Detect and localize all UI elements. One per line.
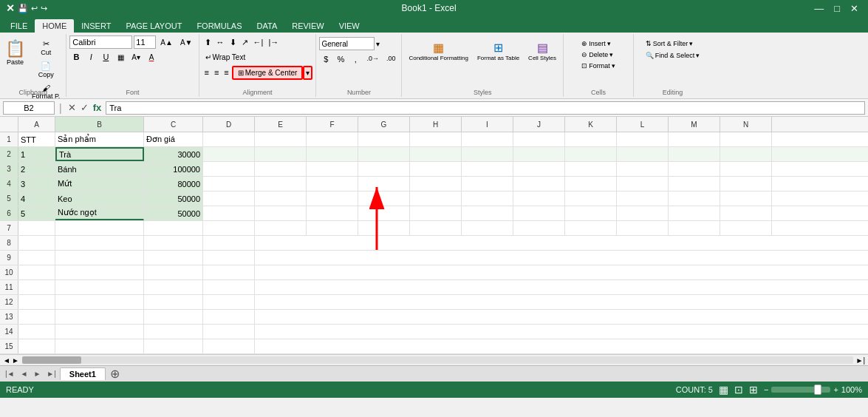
cell-g4[interactable] xyxy=(358,177,410,191)
cell-e3[interactable] xyxy=(255,162,307,176)
cell-b6[interactable]: Nước ngọt xyxy=(55,206,144,220)
add-sheet-button[interactable]: ⊕ xyxy=(107,367,123,381)
cell-n2[interactable] xyxy=(720,147,772,161)
cell-a1[interactable]: STT xyxy=(18,132,55,146)
decrease-font-button[interactable]: A▼ xyxy=(177,36,196,49)
page-layout-view-button[interactable]: ⊡ xyxy=(734,384,743,396)
percent-button[interactable]: % xyxy=(334,53,347,65)
cell-c2[interactable]: 30000 xyxy=(144,147,203,161)
tab-data[interactable]: DATA xyxy=(250,19,285,33)
col-header-a[interactable]: A xyxy=(18,117,55,132)
cell-m4[interactable] xyxy=(669,177,720,191)
quick-access-redo[interactable]: ↪ xyxy=(41,4,47,13)
cell-h4[interactable] xyxy=(410,177,462,191)
font-size-input[interactable] xyxy=(134,35,156,49)
confirm-formula-icon[interactable]: ✓ xyxy=(79,102,90,113)
cell-l2[interactable] xyxy=(617,147,669,161)
orientation-button[interactable]: ↗ xyxy=(239,35,250,50)
cell-i1[interactable] xyxy=(462,132,513,146)
cell-b5[interactable]: Keo xyxy=(55,191,144,206)
find-select-button[interactable]: 🔍 Find & Select ▾ xyxy=(643,50,703,61)
comma-button[interactable]: , xyxy=(349,53,362,65)
font-color-button[interactable]: A xyxy=(145,52,158,63)
cell-l6[interactable] xyxy=(617,206,669,220)
cell-a3[interactable]: 2 xyxy=(18,162,55,176)
tab-home[interactable]: HOME xyxy=(35,19,74,33)
col-header-h[interactable]: H xyxy=(410,117,462,132)
cell-n5[interactable] xyxy=(720,191,772,206)
cell-k2[interactable] xyxy=(565,147,617,161)
cell-a5[interactable]: 4 xyxy=(18,191,55,206)
scroll-right-button[interactable]: ► xyxy=(12,356,19,365)
cell-a4[interactable]: 3 xyxy=(18,177,55,191)
cell-i5[interactable] xyxy=(462,191,513,206)
merge-center-button[interactable]: ⊞ Merge & Center xyxy=(232,66,304,80)
cell-l3[interactable] xyxy=(617,162,669,176)
cell-g5[interactable] xyxy=(358,191,410,206)
col-header-g[interactable]: G xyxy=(358,117,410,132)
cell-i4[interactable] xyxy=(462,177,513,191)
cell-f3[interactable] xyxy=(307,162,358,176)
cell-m5[interactable] xyxy=(669,191,720,206)
conditional-formatting-button[interactable]: ▦ Conditional Formatting xyxy=(405,38,471,64)
cell-m6[interactable] xyxy=(669,206,720,220)
center-align-button[interactable]: ≡ xyxy=(212,66,221,80)
cell-c4[interactable]: 80000 xyxy=(144,177,203,191)
tab-insert[interactable]: INSERT xyxy=(74,19,118,33)
col-header-n[interactable]: N xyxy=(720,117,772,132)
zoom-out-icon[interactable]: − xyxy=(764,385,768,394)
cell-d4[interactable] xyxy=(203,177,255,191)
cell-f1[interactable] xyxy=(307,132,358,146)
align-middle-button[interactable]: ↔ xyxy=(214,35,227,50)
cell-e2[interactable] xyxy=(255,147,307,161)
minimize-button[interactable]: — xyxy=(810,3,827,14)
cell-j6[interactable] xyxy=(513,206,565,220)
cell-f4[interactable] xyxy=(307,177,358,191)
col-header-d[interactable]: D xyxy=(203,117,255,132)
scrollbar-track[interactable] xyxy=(22,356,853,364)
cell-d6[interactable] xyxy=(203,206,255,220)
tab-formulas[interactable]: FORMULAS xyxy=(189,19,249,33)
cell-b2[interactable]: Trà xyxy=(55,147,144,161)
quick-access-undo[interactable]: ↩ xyxy=(31,4,38,13)
increase-decimal-button[interactable]: .00 xyxy=(383,53,399,65)
number-format-input[interactable] xyxy=(319,37,375,50)
border-button[interactable]: ▦ xyxy=(114,52,127,63)
cell-styles-button[interactable]: ▤ Cell Styles xyxy=(524,38,560,64)
cell-k4[interactable] xyxy=(565,177,617,191)
name-box[interactable] xyxy=(3,101,55,115)
cell-h2[interactable] xyxy=(410,147,462,161)
cell-f2[interactable] xyxy=(307,147,358,161)
wrap-text-button[interactable]: ↵ Wrap Text xyxy=(202,51,249,64)
cell-j2[interactable] xyxy=(513,147,565,161)
col-header-l[interactable]: L xyxy=(617,117,669,132)
cell-b3[interactable]: Bánh xyxy=(55,162,144,176)
scrollbar-thumb[interactable] xyxy=(22,356,81,364)
cell-n1[interactable] xyxy=(720,132,772,146)
format-button[interactable]: ⊡ Format ▾ xyxy=(578,61,618,71)
increase-font-button[interactable]: A▲ xyxy=(157,36,176,49)
cell-i6[interactable] xyxy=(462,206,513,220)
tab-page-layout[interactable]: PAGE LAYOUT xyxy=(118,19,189,33)
close-button[interactable]: ✕ xyxy=(847,3,862,14)
currency-button[interactable]: $ xyxy=(319,53,332,65)
cell-e1[interactable] xyxy=(255,132,307,146)
sort-filter-button[interactable]: ⇅ Sort & Filter ▾ xyxy=(643,38,697,49)
tab-view[interactable]: VIEW xyxy=(332,19,367,33)
cell-n4[interactable] xyxy=(720,177,772,191)
cell-n6[interactable] xyxy=(720,206,772,220)
cell-d3[interactable] xyxy=(203,162,255,176)
cut-button[interactable]: ✂Cut xyxy=(29,37,63,58)
insert-function-icon[interactable]: fx xyxy=(92,102,103,113)
merge-center-dropdown[interactable]: ▾ xyxy=(303,66,312,80)
cell-j3[interactable] xyxy=(513,162,565,176)
cell-i3[interactable] xyxy=(462,162,513,176)
cell-c3[interactable]: 100000 xyxy=(144,162,203,176)
right-align-button[interactable]: ≡ xyxy=(222,66,230,80)
cell-b1[interactable]: Sản phẩm xyxy=(55,132,144,146)
cell-e4[interactable] xyxy=(255,177,307,191)
cell-d1[interactable] xyxy=(203,132,255,146)
scroll-left-button[interactable]: ◄ xyxy=(3,356,10,365)
col-header-k[interactable]: K xyxy=(565,117,617,132)
cell-j5[interactable] xyxy=(513,191,565,206)
